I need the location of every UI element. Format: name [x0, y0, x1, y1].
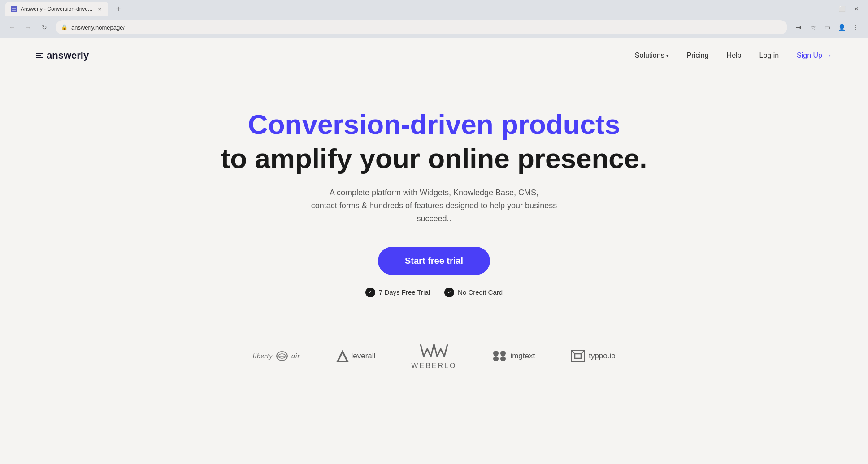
- maximize-button[interactable]: ⬜: [836, 3, 848, 15]
- liberty-text: liberty: [252, 352, 272, 361]
- chevron-down-icon: ▾: [666, 53, 669, 59]
- tab-title: Answerly - Conversion-drive...: [21, 6, 92, 12]
- nav-login[interactable]: Log in: [759, 52, 779, 60]
- svg-point-9: [500, 351, 506, 356]
- weberlo-logo: Weberlo: [411, 342, 456, 370]
- start-trial-button[interactable]: Start free trial: [378, 247, 490, 275]
- logos-section: liberty air leverall Weberl: [0, 324, 868, 397]
- typpo-text: typpo.io: [589, 352, 616, 361]
- leverall-triangle-icon: [336, 349, 349, 363]
- hero-title-line1: Conversion-driven products: [248, 109, 620, 140]
- window-controls: ─ ⬜ ✕: [821, 3, 863, 15]
- hero-title-line2: to amplify your online presence.: [221, 143, 647, 174]
- svg-rect-1: [12, 9, 15, 10]
- nav-signup[interactable]: Sign Up →: [797, 52, 832, 60]
- back-button[interactable]: ←: [5, 21, 19, 34]
- refresh-button[interactable]: ↻: [38, 21, 51, 34]
- new-tab-button[interactable]: +: [112, 3, 125, 15]
- svg-point-8: [493, 351, 499, 356]
- imgtext-icon: [492, 350, 507, 362]
- forward-button[interactable]: →: [22, 21, 35, 34]
- share-button[interactable]: ⇥: [792, 21, 805, 34]
- no-credit-badge-label: No Credit Card: [458, 288, 503, 296]
- weberlo-w-icon: [418, 342, 450, 360]
- svg-point-10: [493, 356, 499, 361]
- logo[interactable]: answerly: [36, 50, 89, 61]
- lock-icon: 🔒: [61, 24, 68, 30]
- bookmark-button[interactable]: ☆: [806, 21, 820, 34]
- imgtext-text: imgtext: [510, 352, 535, 361]
- hero-subtitle: A complete platform with Widgets, Knowle…: [299, 186, 569, 225]
- no-credit-badge: ✓ No Credit Card: [444, 288, 503, 297]
- liberty-circle-icon: [275, 351, 289, 361]
- liberty-air-logo: liberty air: [252, 351, 300, 361]
- address-bar[interactable]: 🔒 answerly.homepage/: [56, 20, 787, 34]
- logo-text: answerly: [47, 50, 89, 61]
- typpo-logo: typpo.io: [571, 350, 616, 362]
- logo-icon: [36, 53, 43, 58]
- weberlo-text: Weberlo: [411, 362, 456, 370]
- air-text: air: [291, 352, 300, 361]
- tab-close-button[interactable]: ✕: [96, 5, 103, 13]
- trial-badge-label: 7 Days Free Trial: [379, 288, 430, 296]
- hero-subtitle-line1: A complete platform with Widgets, Knowle…: [330, 188, 538, 197]
- browser-toolbar: ← → ↻ 🔒 answerly.homepage/ ⇥ ☆ ▭ 👤 ⋮: [0, 18, 868, 38]
- check-icon-1: ✓: [365, 288, 375, 297]
- menu-button[interactable]: ⋮: [849, 21, 863, 34]
- check-icon-2: ✓: [444, 288, 454, 297]
- minimize-button[interactable]: ─: [821, 3, 834, 15]
- url-text: answerly.homepage/: [71, 24, 125, 31]
- arrow-right-icon: →: [825, 52, 832, 60]
- logo-line-3: [36, 57, 43, 58]
- main-nav: answerly Solutions ▾ Pricing Help Log in…: [0, 38, 868, 73]
- nav-pricing[interactable]: Pricing: [687, 52, 709, 60]
- imgtext-logo: imgtext: [492, 350, 535, 362]
- profile-button[interactable]: 👤: [835, 21, 848, 34]
- title-bar: Answerly - Conversion-drive... ✕ + ─ ⬜ ✕: [0, 0, 868, 18]
- sidebar-button[interactable]: ▭: [820, 21, 834, 34]
- browser-tab[interactable]: Answerly - Conversion-drive... ✕: [5, 2, 108, 16]
- typpo-icon: [571, 350, 585, 362]
- hero-subtitle-line2: contact forms & hundreds of features des…: [311, 201, 557, 223]
- browser-chrome: Answerly - Conversion-drive... ✕ + ─ ⬜ ✕…: [0, 0, 868, 38]
- close-button[interactable]: ✕: [850, 3, 863, 15]
- svg-point-11: [500, 356, 506, 361]
- leverall-text: leverall: [352, 352, 376, 361]
- nav-help[interactable]: Help: [727, 52, 742, 60]
- tab-favicon: [11, 6, 17, 12]
- trial-badge: ✓ 7 Days Free Trial: [365, 288, 430, 297]
- hero-section: Conversion-driven products to amplify yo…: [0, 73, 868, 324]
- leverall-logo: leverall: [336, 349, 376, 363]
- logo-line-1: [36, 53, 43, 54]
- nav-solutions[interactable]: Solutions ▾: [635, 52, 669, 60]
- trust-badges: ✓ 7 Days Free Trial ✓ No Credit Card: [365, 288, 503, 297]
- website-content: answerly Solutions ▾ Pricing Help Log in…: [0, 38, 868, 464]
- svg-rect-2: [12, 10, 16, 11]
- svg-rect-0: [12, 8, 16, 9]
- svg-rect-13: [575, 354, 581, 358]
- logo-line-2: [36, 55, 41, 56]
- toolbar-actions: ⇥ ☆ ▭ 👤 ⋮: [792, 21, 863, 34]
- nav-links: Solutions ▾ Pricing Help Log in Sign Up …: [635, 52, 832, 60]
